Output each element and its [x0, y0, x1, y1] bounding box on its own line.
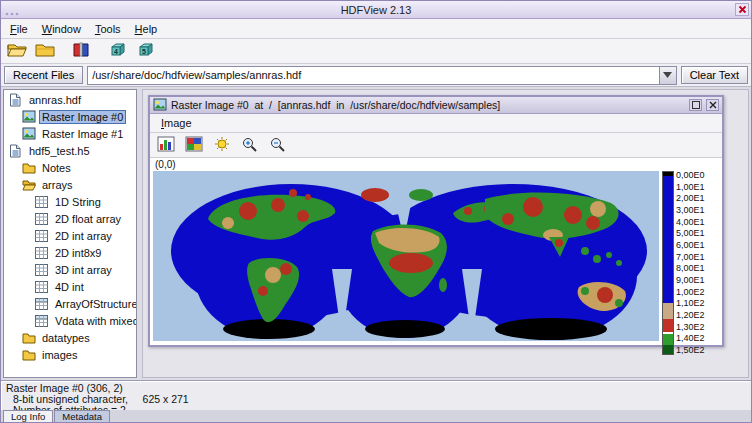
file-path-bar: Recent Files /usr/share/doc/hdfview/samp…	[1, 64, 751, 87]
file-path-combobox[interactable]: /usr/share/doc/hdfview/samples/annras.hd…	[87, 66, 677, 85]
palette-tick-label: 1,30E2	[676, 323, 712, 332]
palette-tick-label: 7,00E1	[676, 253, 712, 262]
raster-image-frame: Raster Image #0 at / [annras.hdf in /usr…	[148, 95, 724, 347]
frame-maximize-button[interactable]	[689, 99, 702, 111]
menu-window[interactable]: Window	[35, 21, 88, 37]
tree-item-label: ArrayOfStructures	[52, 297, 137, 311]
tree-item[interactable]: annras.hdf	[4, 91, 136, 108]
tree-item[interactable]: hdf5_test.h5	[4, 142, 136, 159]
open-file-button[interactable]	[4, 41, 30, 62]
window-title: HDFView 2.13	[1, 4, 751, 16]
palette-tick-label: 3,00E1	[676, 206, 712, 215]
menu-help[interactable]: Help	[128, 21, 165, 37]
colorbar-segment	[663, 345, 673, 354]
folder-open-icon	[21, 179, 36, 191]
frame-title: Raster Image #0 at / [annras.hdf in /usr…	[171, 99, 685, 111]
dataset-icon	[34, 264, 49, 276]
world-map-image[interactable]	[153, 171, 659, 341]
zoom-out-button[interactable]	[265, 135, 291, 156]
palette-tick-label: 2,00E1	[676, 194, 712, 203]
dataset-icon	[34, 230, 49, 242]
tree-item-label: 1D String	[52, 195, 104, 209]
pixel-coords-label: (0,0)	[155, 159, 176, 170]
combo-dropdown-button[interactable]	[659, 67, 676, 84]
close-file-icon	[35, 41, 55, 61]
palette-labels: 0,00E01,00E12,00E13,00E14,00E15,00E16,00…	[676, 171, 712, 355]
content-area: Raster Image #0 at / [annras.hdf in /usr…	[142, 89, 749, 378]
menu-tools[interactable]: Tools	[88, 21, 128, 37]
toolbar: 45	[1, 39, 751, 64]
palette-tick-label: 1,00E2	[676, 288, 712, 297]
tab-metadata[interactable]: Metadata	[54, 410, 110, 422]
colorbar-segment	[663, 334, 673, 345]
tree-item-label: 2D float array	[52, 212, 124, 226]
window-close-button[interactable]	[735, 3, 749, 16]
hdfview-window: HDFView 2.13 FileWindowToolsHelp 45 Rece…	[0, 0, 752, 423]
tree-item[interactable]: Notes	[4, 159, 136, 176]
file-path-value[interactable]: /usr/share/doc/hdfview/samples/annras.hd…	[88, 67, 659, 84]
tree-item[interactable]: 2D int8x9	[4, 244, 136, 261]
tree-item[interactable]: 2D float array	[4, 210, 136, 227]
window-titlebar: HDFView 2.13	[1, 1, 751, 19]
tree-item-label: annras.hdf	[26, 93, 84, 107]
tree-item[interactable]: Vdata with mixed type	[4, 312, 136, 329]
table-icon	[34, 298, 49, 310]
frame-image-icon	[153, 98, 167, 113]
maximize-icon	[692, 101, 700, 109]
image-viewport: (0,0)	[150, 158, 722, 345]
tree-item-label: hdf5_test.h5	[26, 144, 93, 158]
palette-tick-label: 5,00E1	[676, 229, 712, 238]
tree-item[interactable]: images	[4, 346, 136, 363]
hdf4-button[interactable]: 4	[104, 41, 130, 62]
brightness-button[interactable]	[209, 135, 235, 156]
hdf-file-icon	[8, 144, 23, 158]
menu-image[interactable]: Image	[154, 115, 199, 131]
tree-item[interactable]: Raster Image #1	[4, 125, 136, 142]
tree-item[interactable]: 1D String	[4, 193, 136, 210]
tree-item[interactable]: 3D int array	[4, 261, 136, 278]
close-icon	[709, 101, 717, 109]
tree-item-label: Raster Image #1	[39, 127, 126, 141]
frame-titlebar[interactable]: Raster Image #0 at / [annras.hdf in /usr…	[150, 97, 722, 114]
folder-icon	[21, 332, 36, 344]
tree-item-label: 2D int array	[52, 229, 115, 243]
recent-files-button[interactable]: Recent Files	[4, 66, 83, 84]
clear-text-button[interactable]: Clear Text	[681, 66, 748, 84]
tree-item-label: arrays	[39, 178, 76, 192]
tree-item[interactable]: Raster Image #0	[4, 108, 136, 125]
help-button[interactable]	[68, 41, 94, 62]
palette-tick-label: 0,00E0	[676, 171, 712, 180]
zoom-out-icon	[269, 136, 287, 155]
hdf4-icon: 4	[108, 41, 127, 61]
dataset-icon	[34, 247, 49, 259]
frame-close-button[interactable]	[706, 99, 719, 111]
palette-tick-label: 1,20E2	[676, 311, 712, 320]
tab-log-info[interactable]: Log Info	[3, 410, 53, 422]
menubar: FileWindowToolsHelp	[1, 19, 751, 39]
svg-text:4: 4	[114, 48, 118, 55]
tree-item-label: Vdata with mixed type	[52, 314, 137, 328]
menu-file[interactable]: File	[3, 21, 35, 37]
tree-item[interactable]: ArrayOfStructures	[4, 295, 136, 312]
tree-item[interactable]: datatypes	[4, 329, 136, 346]
zoom-in-button[interactable]	[237, 135, 263, 156]
brightness-icon	[213, 136, 231, 155]
tree-item[interactable]: arrays	[4, 176, 136, 193]
palette-tick-label: 8,00E1	[676, 264, 712, 273]
chart-button[interactable]	[153, 135, 179, 156]
tree-item-label: datatypes	[39, 331, 93, 345]
close-file-button[interactable]	[32, 41, 58, 62]
help-icon	[72, 41, 90, 61]
colorbar-segment	[663, 319, 673, 332]
palette-tick-label: 1,40E2	[676, 334, 712, 343]
file-tree: annras.hdfRaster Image #0Raster Image #1…	[3, 89, 137, 378]
window-grip-icon	[5, 7, 19, 19]
palette-tick-label: 1,00E1	[676, 183, 712, 192]
palette-button[interactable]	[181, 135, 207, 156]
tree-item[interactable]: 4D int	[4, 278, 136, 295]
hdf5-button[interactable]: 5	[132, 41, 158, 62]
folder-icon	[21, 162, 36, 174]
dataset-icon	[34, 213, 49, 225]
tree-item[interactable]: 2D int array	[4, 227, 136, 244]
bottom-tabbar: Log InfoMetadata	[1, 410, 751, 422]
